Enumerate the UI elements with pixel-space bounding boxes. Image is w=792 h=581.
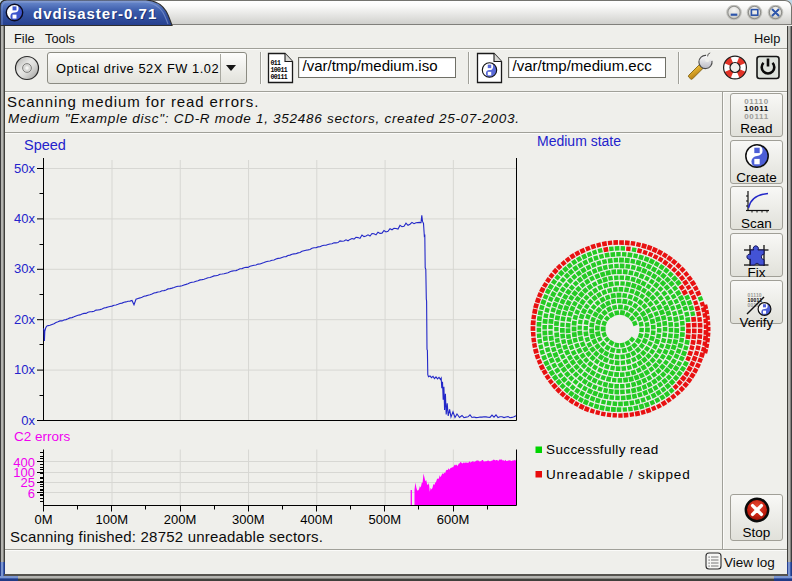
svg-text:C2 errors: C2 errors — [14, 429, 71, 444]
svg-text:400M: 400M — [300, 512, 333, 527]
svg-text:0x: 0x — [21, 413, 35, 428]
svg-text:300M: 300M — [232, 512, 265, 527]
svg-text:Medium state: Medium state — [537, 133, 621, 149]
svg-text:600M: 600M — [437, 512, 470, 527]
svg-text:30x: 30x — [14, 261, 35, 276]
svg-text:Speed: Speed — [24, 137, 66, 153]
svg-text:Successfully read: Successfully read — [546, 442, 659, 457]
svg-text:20x: 20x — [14, 312, 35, 327]
svg-text:10x: 10x — [14, 362, 35, 377]
svg-text:500M: 500M — [369, 512, 402, 527]
svg-text:Unreadable / skipped: Unreadable / skipped — [546, 467, 691, 482]
svg-text:200M: 200M — [164, 512, 197, 527]
svg-text:6: 6 — [28, 486, 35, 501]
svg-text:50x: 50x — [14, 161, 35, 176]
svg-text:100M: 100M — [96, 512, 129, 527]
svg-text:40x: 40x — [14, 211, 35, 226]
svg-text:0M: 0M — [34, 512, 52, 527]
